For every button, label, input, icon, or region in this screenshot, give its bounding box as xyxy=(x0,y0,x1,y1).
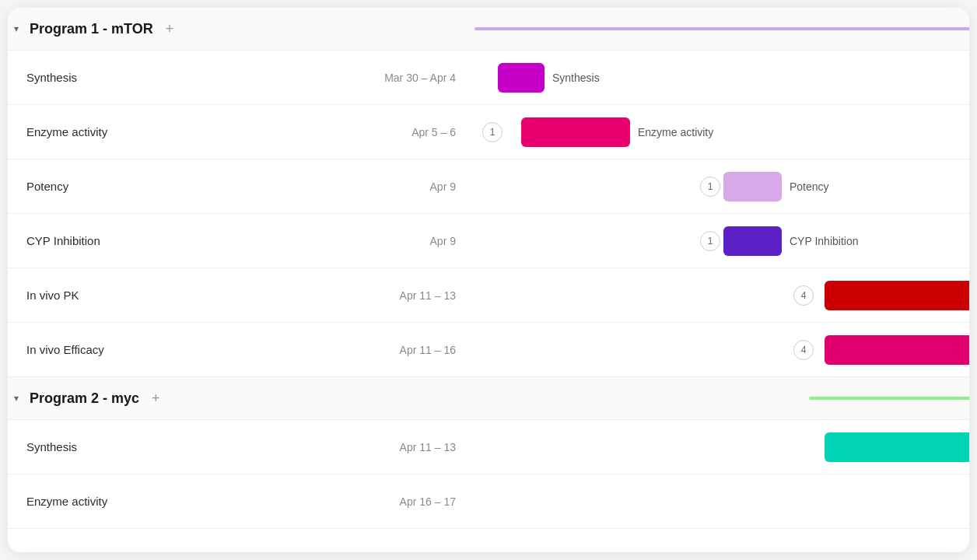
task-name: CYP Inhibition xyxy=(8,234,350,247)
task-name: In vivo Efficacy xyxy=(8,343,350,356)
task-name: Potency xyxy=(8,180,350,193)
task-row-0-4: In vivo PK Apr 11 – 13 xyxy=(8,268,474,323)
gantt-card: ▾ Program 1 - mTOR + Synthesis Mar 30 – … xyxy=(8,8,969,552)
gantt-bar[interactable] xyxy=(825,335,969,365)
task-count-badge: 4 xyxy=(793,340,814,360)
task-name: Enzyme activity xyxy=(8,495,350,508)
task-row-0-0: Synthesis Mar 30 – Apr 4 xyxy=(8,51,474,105)
gantt-task-row-0-2: 1Potency xyxy=(474,159,969,214)
task-row-0-5: In vivo Efficacy Apr 11 – 16 xyxy=(8,323,474,377)
gantt-program-row-1 xyxy=(474,377,969,420)
gantt-bar-label: Potency xyxy=(790,180,829,193)
chevron-icon[interactable]: ▾ xyxy=(8,393,19,404)
gantt-task-row-0-0: Synthesis xyxy=(474,51,969,105)
task-dates: Apr 11 – 13 xyxy=(350,289,474,302)
task-count-badge: 1 xyxy=(482,122,503,142)
gantt-bar-label: Enzyme activity xyxy=(638,126,713,138)
right-panel: Synthesis1Enzyme activity1Potency1CYP In… xyxy=(474,8,969,552)
task-row-1-1: Enzyme activity Apr 16 – 17 xyxy=(8,474,474,529)
gantt-bar[interactable] xyxy=(498,63,545,93)
gantt-bar[interactable] xyxy=(825,281,969,310)
gantt-task-row-1-0 xyxy=(474,420,969,474)
gantt-bar[interactable] xyxy=(521,117,630,147)
task-name: In vivo PK xyxy=(8,289,350,302)
task-name: Enzyme activity xyxy=(8,125,350,138)
gantt-bar-label: Synthesis xyxy=(552,72,600,84)
add-task-button[interactable]: + xyxy=(153,21,187,37)
gantt-program-row-0 xyxy=(474,8,969,51)
gantt-task-row-1-1 xyxy=(474,474,969,529)
gantt-task-row-0-3: 1CYP Inhibition xyxy=(474,214,969,268)
program-timeline-line xyxy=(809,397,969,400)
task-name: Synthesis xyxy=(8,71,350,84)
task-dates: Mar 30 – Apr 4 xyxy=(350,72,474,84)
task-name: Synthesis xyxy=(8,440,350,453)
program-row-0: ▾ Program 1 - mTOR + xyxy=(8,8,474,51)
task-row-1-0: Synthesis Apr 11 – 13 xyxy=(8,420,474,474)
task-count-badge: 1 xyxy=(700,231,720,251)
gantt-bar-label: CYP Inhibition xyxy=(790,235,858,247)
task-dates: Apr 9 xyxy=(350,180,474,193)
program-timeline-line xyxy=(474,27,969,30)
gantt-bar[interactable] xyxy=(825,432,969,462)
program-name: Program 2 - myc xyxy=(19,390,139,407)
task-row-0-2: Potency Apr 9 xyxy=(8,159,474,214)
task-dates: Apr 5 – 6 xyxy=(350,126,474,138)
program-name: Program 1 - mTOR xyxy=(19,21,153,37)
left-panel: ▾ Program 1 - mTOR + Synthesis Mar 30 – … xyxy=(8,8,474,552)
gantt-task-row-0-5: 4 xyxy=(474,323,969,377)
program-row-1: ▾ Program 2 - myc + xyxy=(8,377,474,420)
gantt-bar[interactable] xyxy=(723,172,782,201)
task-row-0-3: CYP Inhibition Apr 9 xyxy=(8,214,474,268)
gantt-task-row-0-4: 4 xyxy=(474,268,969,323)
gantt-bar[interactable] xyxy=(723,226,782,256)
task-dates: Apr 11 – 16 xyxy=(350,344,474,356)
gantt-task-row-0-1: 1Enzyme activity xyxy=(474,105,969,159)
task-row-0-1: Enzyme activity Apr 5 – 6 xyxy=(8,105,474,159)
task-dates: Apr 9 xyxy=(350,235,474,247)
add-task-button[interactable]: + xyxy=(139,390,173,407)
task-count-badge: 1 xyxy=(700,177,720,197)
task-count-badge: 4 xyxy=(793,285,814,306)
task-dates: Apr 11 – 13 xyxy=(350,441,474,453)
task-dates: Apr 16 – 17 xyxy=(350,495,474,508)
chevron-icon[interactable]: ▾ xyxy=(8,23,19,34)
